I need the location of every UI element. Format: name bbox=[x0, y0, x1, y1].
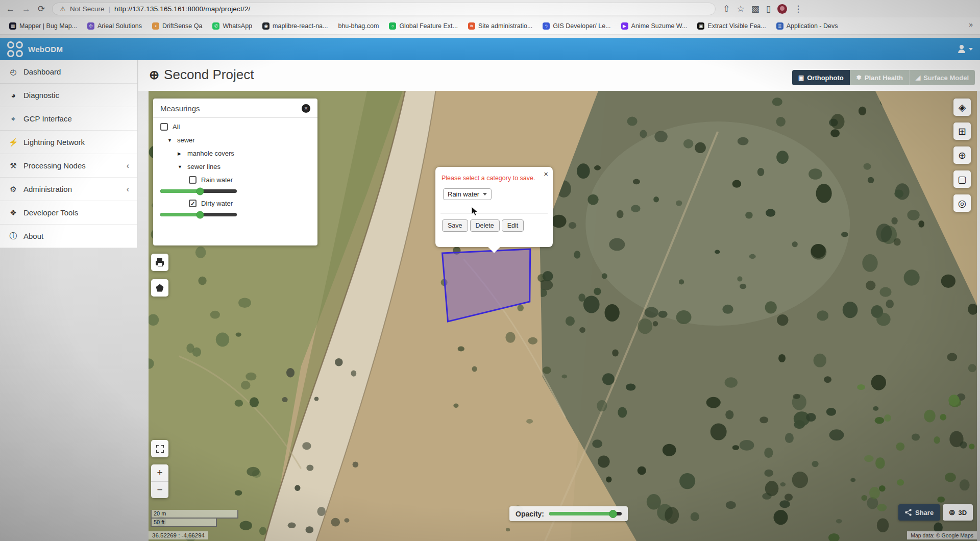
profile-avatar[interactable] bbox=[777, 4, 787, 14]
print-button[interactable] bbox=[151, 254, 168, 271]
dirty-water-checkbox[interactable]: ✓ bbox=[189, 200, 197, 207]
sidebar: ◴ Dashboard ◕ Diagnostic ⌖ GCP Interface… bbox=[0, 60, 138, 248]
bookmark-label: Arieal Solutions bbox=[97, 22, 142, 30]
zoom-out-button[interactable]: − bbox=[151, 482, 168, 499]
tab-plant-health[interactable]: ✾ Plant Health bbox=[850, 70, 909, 85]
bookmark-application-devs[interactable]: ≣ Application - Devs bbox=[772, 21, 842, 31]
opacity-control: Opacity: bbox=[509, 506, 628, 521]
close-icon[interactable]: × bbox=[302, 104, 310, 113]
address-bar[interactable]: ⚠ Not Secure | http://137.135.165.161:80… bbox=[52, 3, 716, 15]
bookmark-anime-suzume-w[interactable]: ▶ Anime Suzume W... bbox=[617, 21, 692, 31]
edit-button[interactable]: Edit bbox=[502, 219, 524, 232]
close-icon[interactable]: × bbox=[544, 170, 548, 178]
bookmark-favicon: ▣ bbox=[697, 22, 704, 30]
bookmark-whatsapp[interactable]: ✆ WhatsApp bbox=[208, 21, 256, 31]
slider-thumb[interactable] bbox=[197, 211, 204, 218]
rain-water-opacity-row bbox=[160, 189, 310, 193]
sidebar-item-about[interactable]: ⓘ About bbox=[0, 225, 137, 248]
bookmark-label: Mapper | Bug Map... bbox=[19, 22, 77, 30]
forward-icon[interactable]: → bbox=[22, 5, 31, 13]
rain-water-opacity-slider[interactable] bbox=[160, 189, 237, 193]
caret-down-icon[interactable]: ▼ bbox=[178, 164, 183, 169]
bookmark-label: Global Feature Ext... bbox=[399, 22, 458, 30]
sidebar-item-diagnostic[interactable]: ◕ Diagnostic bbox=[0, 84, 137, 107]
add-annotation-button[interactable]: ⊕ bbox=[953, 146, 971, 164]
share-page-icon[interactable]: ⇧ bbox=[723, 5, 730, 13]
bookmark-arieal-solutions[interactable]: ✣ Arieal Solutions bbox=[83, 21, 146, 31]
bookmark-driftsense-qa[interactable]: ◖ DriftSense Qa bbox=[148, 21, 207, 31]
fullscreen-button[interactable] bbox=[151, 440, 168, 457]
bookmarks-bar: ▦ Mapper | Bug Map... ✣ Arieal Solutions… bbox=[0, 17, 980, 35]
sidebar-item-lightning-network[interactable]: ⚡ Lightning Network bbox=[0, 131, 137, 154]
threed-button[interactable]: ⊚ 3D bbox=[943, 504, 973, 521]
menu-dots-icon[interactable]: ⋮ bbox=[794, 5, 802, 13]
bookmark-favicon: ◉ bbox=[262, 22, 270, 30]
bookmark-gis-developer-le[interactable]: ϟ GIS Developer/ Le... bbox=[538, 21, 615, 31]
map-scale: 20 m 50 ft bbox=[151, 510, 238, 527]
tab-surface-model[interactable]: ◢ Surface Model bbox=[909, 70, 975, 85]
group-row-sewer[interactable]: ▼ sewer bbox=[167, 136, 310, 144]
bookmark-global-feature-ext[interactable]: ○ Global Feature Ext... bbox=[385, 21, 462, 31]
draw-rectangle-button[interactable]: ▢ bbox=[953, 170, 971, 188]
bookmark-favicon: ✆ bbox=[212, 22, 219, 30]
bookmark-label: Anime Suzume W... bbox=[631, 22, 688, 30]
reload-icon[interactable]: ⟳ bbox=[38, 5, 45, 13]
group-label: sewer bbox=[177, 136, 195, 144]
slider-thumb[interactable] bbox=[197, 187, 204, 195]
leaf-icon: ✾ bbox=[856, 74, 862, 81]
share-icon bbox=[905, 509, 912, 516]
group-label: manhole covers bbox=[187, 150, 234, 157]
caret-down-icon[interactable]: ▼ bbox=[167, 138, 173, 143]
brand-title[interactable]: WebODM bbox=[28, 45, 63, 54]
opacity-slider[interactable] bbox=[549, 512, 622, 515]
sidebar-item-icon: ❖ bbox=[8, 208, 18, 217]
user-menu[interactable] bbox=[958, 45, 973, 53]
bookmark-bhu-bhag-com[interactable]: bhu-bhag.com bbox=[334, 21, 383, 31]
sidebar-item-label: Processing Nodes bbox=[23, 161, 86, 170]
group-row-manhole-covers[interactable]: ▶ manhole covers bbox=[178, 150, 310, 157]
chevron-down-icon bbox=[483, 193, 487, 195]
zoom-control: + − bbox=[151, 464, 168, 498]
browser-chrome: ← → ⟳ ⚠ Not Secure | http://137.135.165.… bbox=[0, 0, 980, 35]
group-row-sewer-lines[interactable]: ▼ sewer lines bbox=[178, 163, 310, 170]
caret-right-icon[interactable]: ▶ bbox=[178, 151, 183, 156]
sidebar-item-label: Lightning Network bbox=[23, 138, 85, 146]
map-canvas[interactable]: Measurings × All ▼ sewer ▶ manhole cover… bbox=[149, 91, 977, 541]
circle-tool-button[interactable]: ◎ bbox=[953, 194, 971, 212]
mouse-cursor bbox=[471, 206, 479, 216]
sidebar-item-gcp-interface[interactable]: ⌖ GCP Interface bbox=[0, 107, 137, 131]
bookmark-label: WhatsApp bbox=[223, 22, 252, 30]
sidebar-item-dashboard[interactable]: ◴ Dashboard bbox=[0, 60, 137, 84]
bookmark-site-administratio[interactable]: ≋ Site administratio... bbox=[464, 21, 536, 31]
share-button[interactable]: Share bbox=[898, 504, 940, 521]
threed-label: 3D bbox=[959, 509, 967, 517]
all-checkbox[interactable] bbox=[160, 123, 168, 131]
webodm-logo-icon[interactable] bbox=[7, 41, 23, 57]
zoom-in-button[interactable]: + bbox=[151, 464, 168, 482]
bookmark-star-icon[interactable]: ☆ bbox=[737, 5, 745, 13]
delete-button[interactable]: Delete bbox=[470, 219, 500, 232]
slider-thumb[interactable] bbox=[609, 510, 617, 518]
sidebar-item-processing-nodes[interactable]: ⚒ Processing Nodes ‹ bbox=[0, 154, 137, 178]
side-panel-icon[interactable]: ▯ bbox=[766, 5, 771, 13]
cursor-coordinates: 36.52269 : -4.66294 bbox=[149, 531, 208, 539]
bookmark-mapper-bug-map[interactable]: ▦ Mapper | Bug Map... bbox=[5, 21, 81, 31]
back-icon[interactable]: ← bbox=[6, 5, 15, 13]
save-button[interactable]: Save bbox=[442, 219, 468, 232]
sidebar-item-developer-tools[interactable]: ❖ Developer Tools bbox=[0, 201, 137, 225]
bookmark-label: Application - Devs bbox=[787, 22, 838, 30]
draw-polygon-button[interactable] bbox=[151, 279, 168, 297]
tab-orthophoto[interactable]: ▣ Orthophoto bbox=[792, 70, 850, 85]
bookmarks-overflow-chevron[interactable]: » bbox=[965, 20, 977, 29]
bookmark-maplibre-react-na[interactable]: ◉ maplibre-react-na... bbox=[258, 21, 332, 31]
grid-view-button[interactable]: ⊞ bbox=[953, 122, 971, 140]
bookmark-extract-visible-fea[interactable]: ▣ Extract Visible Fea... bbox=[693, 21, 770, 31]
category-select[interactable]: Rain water bbox=[443, 188, 492, 200]
bookmark-label: Site administratio... bbox=[478, 22, 532, 30]
dirty-water-opacity-slider[interactable] bbox=[160, 213, 237, 216]
map-controls: ◈ ⊞ ⊕ ▢ ◎ bbox=[953, 99, 971, 212]
extensions-icon[interactable]: ▩ bbox=[751, 5, 760, 13]
layers-button[interactable]: ◈ bbox=[953, 99, 971, 116]
sidebar-item-administration[interactable]: ⚙ Administration ‹ bbox=[0, 178, 137, 201]
rain-water-checkbox[interactable] bbox=[189, 176, 197, 184]
